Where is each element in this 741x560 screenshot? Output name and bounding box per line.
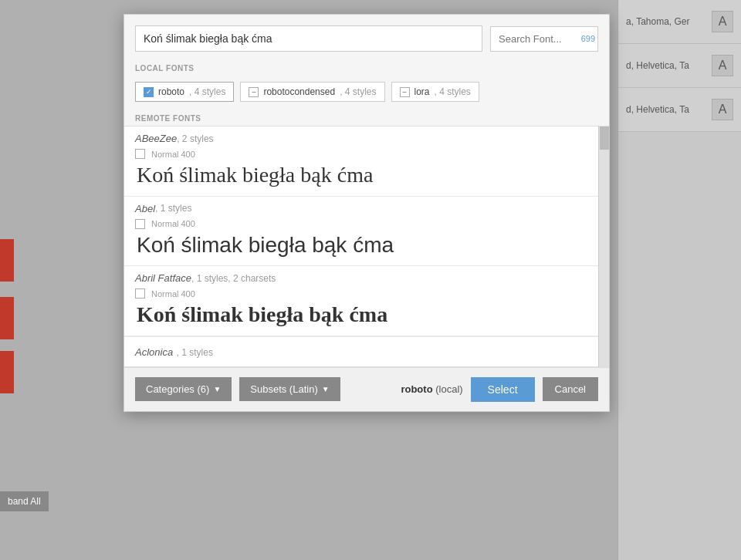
font-item-aclonica[interactable]: Aclonica , 1 styles	[124, 336, 609, 366]
font-item-abril[interactable]: Abril Fatface , 1 styles, 2 charsets Nor…	[124, 266, 609, 336]
abel-name: Abel	[135, 203, 155, 214]
search-wrap: 699	[490, 26, 598, 52]
abeezee-style-checkbox[interactable]	[135, 149, 145, 159]
a-button-2[interactable]: A	[712, 55, 733, 76]
lora-checkbox[interactable]	[400, 87, 410, 97]
right-item-text-1: a, Tahoma, Ger	[626, 16, 705, 27]
local-font-chip-roboto[interactable]: roboto , 4 styles	[135, 82, 234, 102]
local-fonts-label: LOCAL FONTS	[124, 59, 609, 76]
abel-style-checkbox[interactable]	[135, 219, 145, 229]
local-font-chip-robotocondensed[interactable]: robotocondensed , 4 styles	[240, 82, 384, 102]
red-bar-3	[0, 351, 14, 393]
selected-font-source: (local)	[435, 383, 462, 395]
cancel-button[interactable]: Cancel	[543, 377, 598, 401]
abel-preview: Koń ślimak biegła bąk ćma	[135, 232, 598, 258]
robotocondensed-checkbox[interactable]	[249, 87, 259, 97]
roboto-meta: , 4 styles	[189, 86, 225, 97]
scrollbar-track[interactable]	[598, 126, 609, 367]
font-picker-modal: 699 LOCAL FONTS roboto , 4 styles roboto…	[124, 14, 610, 412]
abril-header: Abril Fatface , 1 styles, 2 charsets	[135, 272, 598, 284]
lora-meta: , 4 styles	[435, 86, 471, 97]
abril-preview: Koń ślimak biegła bąk ćma	[135, 302, 598, 328]
right-item-text-3: d, Helvetica, Ta	[626, 104, 705, 115]
selected-font-name: roboto	[401, 383, 432, 395]
remote-fonts-label: REMOTE FONTS	[124, 110, 609, 126]
abril-style-label: Normal 400	[151, 289, 195, 299]
abel-meta: , 1 styles	[155, 203, 191, 214]
aclonica-name: Aclonica	[135, 346, 173, 358]
modal-header: 699	[124, 15, 609, 59]
abeezee-header: ABeeZee , 2 styles	[135, 133, 598, 144]
selected-font-display: roboto (local)	[401, 383, 462, 395]
right-panel: a, Tahoma, Ger A d, Helvetica, Ta A d, H…	[618, 0, 741, 560]
robotocondensed-name: robotocondensed	[263, 86, 335, 97]
roboto-checkbox[interactable]	[144, 87, 154, 97]
modal-footer: Categories (6) ▼ Subsets (Latin) ▼ robot…	[124, 367, 609, 411]
abel-style-label: Normal 400	[151, 219, 195, 228]
abeezee-meta: , 2 styles	[177, 133, 213, 144]
right-panel-item-3: d, Helvetica, Ta A	[618, 88, 741, 132]
subsets-button[interactable]: Subsets (Latin) ▼	[239, 377, 340, 401]
abril-meta: , 1 styles, 2 charsets	[191, 273, 276, 284]
abel-style-row: Normal 400	[135, 219, 598, 229]
abril-style-row: Normal 400	[135, 288, 598, 299]
red-bar-1	[0, 239, 14, 282]
scrollbar-thumb[interactable]	[600, 127, 609, 150]
lora-name: lora	[414, 86, 430, 97]
preview-text-input[interactable]	[135, 25, 482, 52]
font-count: 699	[581, 34, 595, 43]
aclonica-meta: , 1 styles	[177, 347, 213, 358]
select-button[interactable]: Select	[471, 377, 535, 402]
abeezee-name: ABeeZee	[135, 133, 177, 144]
expand-all-button[interactable]: band All	[0, 491, 49, 511]
abeezee-preview: Koń ślimak biegła bąk ćma	[135, 162, 598, 188]
subsets-label: Subsets (Latin)	[250, 383, 317, 395]
right-item-text-2: d, Helvetica, Ta	[626, 60, 705, 71]
a-button-3[interactable]: A	[712, 99, 733, 120]
abeezee-style-label: Normal 400	[151, 150, 195, 159]
font-item-abel[interactable]: Abel , 1 styles Normal 400 Koń ślimak bi…	[124, 197, 609, 267]
subsets-arrow-icon: ▼	[322, 385, 330, 393]
a-button-1[interactable]: A	[712, 11, 733, 32]
abril-style-checkbox[interactable]	[135, 288, 145, 299]
categories-button[interactable]: Categories (6) ▼	[135, 377, 232, 401]
fonts-list-area: ABeeZee , 2 styles Normal 400 Koń ślimak…	[124, 126, 609, 367]
abel-header: Abel , 1 styles	[135, 203, 598, 214]
fonts-list[interactable]: ABeeZee , 2 styles Normal 400 Koń ślimak…	[124, 126, 609, 367]
categories-label: Categories (6)	[146, 383, 209, 395]
robotocondensed-meta: , 4 styles	[340, 86, 376, 97]
abril-name: Abril Fatface	[135, 272, 191, 284]
roboto-name: roboto	[158, 86, 184, 97]
categories-arrow-icon: ▼	[213, 385, 221, 393]
local-font-chip-lora[interactable]: lora , 4 styles	[391, 82, 479, 102]
red-bar-2	[0, 297, 14, 339]
right-panel-item-2: d, Helvetica, Ta A	[618, 44, 741, 88]
font-item-abeezee[interactable]: ABeeZee , 2 styles Normal 400 Koń ślimak…	[124, 127, 609, 197]
local-fonts-row: roboto , 4 styles robotocondensed , 4 st…	[124, 76, 609, 110]
right-panel-item-1: a, Tahoma, Ger A	[618, 0, 741, 44]
abeezee-style-row: Normal 400	[135, 149, 598, 159]
